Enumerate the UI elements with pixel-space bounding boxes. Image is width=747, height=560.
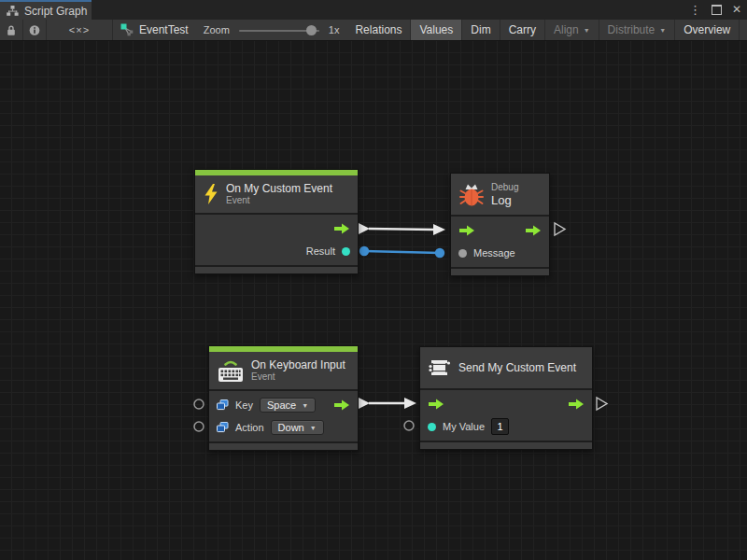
window-close-icon[interactable]: ✕	[732, 0, 741, 20]
toolbar-button-dim[interactable]: Dim	[462, 20, 500, 40]
node-subtitle: Event	[226, 195, 332, 206]
result-port-label: Result	[306, 245, 335, 257]
graph-name: EventTest	[139, 23, 189, 36]
graph-canvas[interactable]: On My Custom Event Event Result	[0, 41, 747, 560]
node-title: On My Custom Event	[226, 182, 332, 195]
toolbar-button-overview[interactable]: Overview	[675, 20, 740, 40]
toolbar-button-fullscreen[interactable]: Full Screen	[740, 20, 747, 40]
node-footer	[209, 443, 358, 450]
chevron-down-icon: ▼	[302, 402, 308, 409]
wire-control-keyboard-to-send[interactable]	[359, 398, 416, 409]
wire-value-result-to-message[interactable]	[359, 246, 444, 258]
button-label: Align	[554, 23, 579, 36]
node-body: Message	[451, 215, 549, 269]
graph-breadcrumb[interactable]: EventTest	[113, 20, 196, 40]
tab-title: Script Graph	[24, 5, 87, 18]
result-value-port[interactable]	[342, 247, 350, 256]
graph-toolbar: <×> EventTest Zoom 1x Relations Values D…	[0, 20, 747, 41]
port-row-control-out	[195, 217, 358, 240]
wires-layer	[0, 41, 747, 560]
node-footer	[451, 269, 549, 275]
toolbar-button-carry[interactable]: Carry	[500, 20, 545, 40]
node-send-my-custom-event[interactable]: Send My Custom Event My Value 1	[419, 346, 593, 450]
code-view-button[interactable]: <×>	[47, 20, 113, 40]
graph-hierarchy-icon	[7, 6, 19, 16]
node-on-keyboard-input[interactable]: On Keyboard Input Event Key Space ▼	[208, 345, 359, 451]
port-row-control	[420, 393, 592, 415]
port-row-key: Key Space ▼	[209, 394, 358, 416]
zoom-slider[interactable]	[239, 20, 319, 41]
toolbar-button-distribute[interactable]: Distribute ▼	[599, 20, 676, 40]
node-category: Debug	[491, 182, 518, 193]
node-footer	[195, 267, 358, 273]
window-titlebar: Script Graph ⋮ ✕	[0, 0, 747, 20]
toolbar-button-align[interactable]: Align ▼	[545, 20, 599, 40]
node-header: Send My Custom Event	[420, 347, 592, 388]
chevron-down-icon: ▼	[310, 425, 317, 431]
wire-control-custom-event-to-log[interactable]	[359, 223, 445, 235]
lightning-bolt-icon	[204, 184, 218, 204]
bug-icon	[459, 182, 484, 207]
graph-asset-icon	[120, 23, 134, 36]
zoom-label: Zoom	[204, 24, 230, 35]
button-label: Carry	[509, 23, 536, 36]
button-label: Distribute	[608, 23, 655, 36]
control-output-port-icon[interactable]	[568, 399, 585, 410]
action-dropdown[interactable]: Down ▼	[271, 420, 324, 435]
node-title: Send My Custom Event	[458, 361, 576, 374]
node-header: On My Custom Event Event	[195, 175, 358, 213]
key-port-label: Key	[235, 399, 253, 411]
unconnected-value-input-key[interactable]	[194, 399, 204, 409]
window-maximize-icon[interactable]	[712, 5, 722, 15]
zoom-slider-handle[interactable]	[306, 25, 317, 35]
port-row-result: Result	[195, 240, 358, 262]
toolbar-button-values[interactable]: Values	[411, 20, 462, 40]
my-value-port-label: My Value	[443, 421, 485, 432]
button-label: Relations	[355, 23, 402, 36]
button-label: Dim	[471, 23, 490, 36]
enum-type-icon	[217, 399, 229, 411]
toolbar-button-relations[interactable]: Relations	[346, 20, 411, 40]
node-header: Debug Log	[451, 174, 549, 215]
unconnected-value-input-my-value[interactable]	[404, 421, 414, 430]
zoom-control: Zoom 1x	[196, 20, 347, 40]
node-subtitle: Event	[251, 371, 345, 383]
control-input-port-icon[interactable]	[458, 225, 475, 236]
control-output-port-icon[interactable]	[525, 225, 542, 236]
port-row-control	[451, 219, 549, 242]
message-value-port[interactable]	[458, 249, 467, 258]
control-input-port-icon[interactable]	[428, 399, 444, 410]
tab-script-graph[interactable]: Script Graph	[0, 0, 92, 20]
action-port-label: Action	[235, 422, 264, 433]
node-body: Result	[195, 213, 358, 267]
keyboard-icon	[218, 358, 244, 383]
port-row-message: Message	[451, 242, 549, 264]
node-body: Key Space ▼ Action Down	[209, 389, 358, 443]
node-title: Log	[491, 193, 518, 207]
unconnected-value-input-action[interactable]	[194, 422, 204, 431]
button-label: Values	[419, 23, 453, 36]
node-on-my-custom-event[interactable]: On My Custom Event Event Result	[194, 169, 359, 274]
key-dropdown[interactable]: Space ▼	[260, 398, 316, 413]
enum-type-icon	[217, 422, 229, 433]
chevron-down-icon: ▼	[584, 27, 590, 34]
control-output-port-icon[interactable]	[333, 399, 350, 411]
zoom-value: 1x	[329, 24, 340, 35]
my-value-port[interactable]	[428, 423, 436, 431]
port-row-action: Action Down ▼	[209, 416, 358, 439]
key-dropdown-value: Space	[267, 399, 296, 411]
unconnected-control-output-debug-log[interactable]	[555, 223, 565, 235]
my-value-input[interactable]: 1	[491, 418, 509, 435]
info-button[interactable]	[23, 20, 47, 40]
window-menu-icon[interactable]: ⋮	[689, 0, 701, 20]
node-debug-log[interactable]: Debug Log Message	[450, 173, 550, 276]
port-row-my-value: My Value 1	[420, 415, 592, 438]
button-label: Overview	[684, 23, 730, 36]
node-footer	[420, 442, 592, 449]
unconnected-control-output-send-event[interactable]	[597, 398, 607, 410]
custom-event-machine-icon	[429, 357, 451, 379]
action-dropdown-value: Down	[278, 422, 304, 433]
lock-button[interactable]	[0, 20, 23, 40]
control-output-port-icon[interactable]	[333, 223, 350, 234]
lock-icon	[6, 24, 17, 36]
